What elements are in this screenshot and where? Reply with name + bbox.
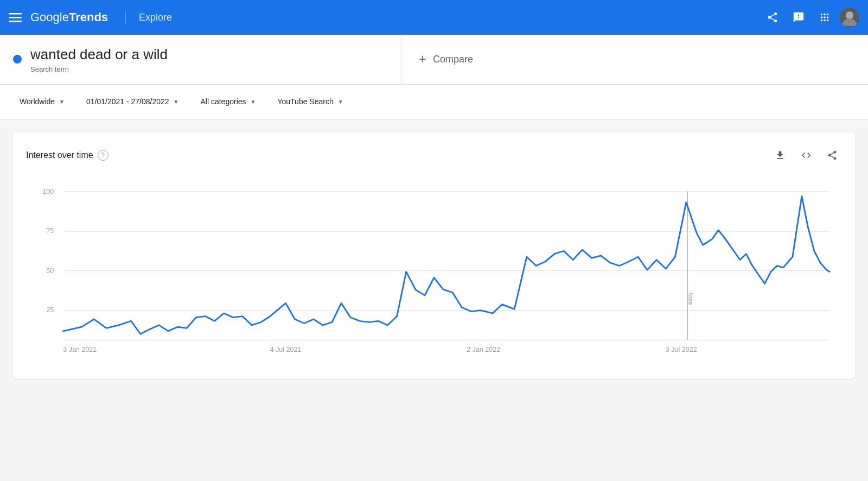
compare-block[interactable]: + Compare bbox=[401, 35, 868, 84]
svg-rect-2 bbox=[9, 21, 22, 22]
search-term-title: wanted dead or a wild bbox=[30, 46, 168, 64]
share-header-button[interactable] bbox=[762, 7, 783, 28]
chart-section: Interest over time ? 100 75 50 bbox=[13, 132, 855, 379]
date-range-label: 01/01/2021 - 27/08/2022 bbox=[86, 97, 169, 106]
chart-share-button[interactable] bbox=[822, 145, 842, 165]
svg-text:100: 100 bbox=[42, 188, 54, 195]
chart-help-icon[interactable]: ? bbox=[98, 150, 108, 161]
header-actions bbox=[762, 7, 859, 28]
compare-label: Compare bbox=[433, 54, 473, 65]
svg-text:3 Jul 2022: 3 Jul 2022 bbox=[666, 346, 697, 353]
svg-point-4 bbox=[846, 11, 853, 19]
chart-embed-button[interactable] bbox=[796, 145, 816, 165]
trend-chart-container: 100 75 50 25 3 Jan 2021 4 Jul 2021 2 Jan… bbox=[26, 174, 842, 366]
svg-text:2 Jan 2022: 2 Jan 2022 bbox=[467, 346, 500, 353]
search-type-chevron-icon: ▼ bbox=[338, 99, 343, 105]
filters-row: Worldwide ▼ 01/01/2021 - 27/08/2022 ▼ Al… bbox=[0, 85, 868, 119]
explore-label: Explore bbox=[125, 12, 172, 23]
search-type-label: YouTube Search bbox=[277, 97, 333, 106]
app-logo: Google Trends bbox=[30, 10, 108, 24]
svg-rect-1 bbox=[9, 17, 22, 18]
location-label: Worldwide bbox=[20, 97, 55, 106]
category-filter[interactable]: All categories ▼ bbox=[194, 93, 263, 110]
svg-text:75: 75 bbox=[46, 227, 54, 235]
logo-trends: Trends bbox=[69, 10, 108, 24]
apps-grid-button[interactable] bbox=[814, 7, 835, 28]
trend-chart-svg: 100 75 50 25 3 Jan 2021 4 Jul 2021 2 Jan… bbox=[26, 174, 842, 364]
search-term-dot bbox=[13, 55, 22, 64]
search-term-text: wanted dead or a wild Search term bbox=[30, 46, 168, 73]
search-area: wanted dead or a wild Search term + Comp… bbox=[0, 35, 868, 85]
search-term-subtitle: Search term bbox=[30, 65, 168, 73]
location-filter[interactable]: Worldwide ▼ bbox=[13, 93, 71, 110]
svg-text:Note: Note bbox=[687, 293, 694, 305]
svg-text:25: 25 bbox=[46, 306, 54, 314]
search-type-filter[interactable]: YouTube Search ▼ bbox=[271, 93, 349, 110]
svg-text:3 Jan 2021: 3 Jan 2021 bbox=[63, 346, 97, 353]
category-label: All categories bbox=[201, 97, 246, 106]
date-chevron-icon: ▼ bbox=[174, 99, 179, 105]
search-term-block[interactable]: wanted dead or a wild Search term bbox=[0, 35, 401, 84]
location-chevron-icon: ▼ bbox=[59, 99, 65, 105]
category-chevron-icon: ▼ bbox=[251, 99, 256, 105]
svg-text:4 Jul 2021: 4 Jul 2021 bbox=[270, 346, 302, 353]
logo-google: Google bbox=[30, 10, 69, 24]
menu-icon[interactable] bbox=[9, 11, 22, 24]
svg-text:50: 50 bbox=[46, 267, 54, 275]
chart-actions bbox=[770, 145, 842, 165]
user-avatar[interactable] bbox=[840, 8, 859, 27]
feedback-button[interactable] bbox=[788, 7, 809, 28]
chart-download-button[interactable] bbox=[770, 145, 790, 165]
app-header: Google Trends Explore bbox=[0, 0, 868, 35]
chart-title: Interest over time bbox=[26, 150, 93, 160]
date-range-filter[interactable]: 01/01/2021 - 27/08/2022 ▼ bbox=[80, 93, 185, 110]
compare-plus-icon: + bbox=[419, 52, 426, 67]
chart-header: Interest over time ? bbox=[26, 145, 842, 165]
svg-rect-0 bbox=[9, 13, 22, 15]
